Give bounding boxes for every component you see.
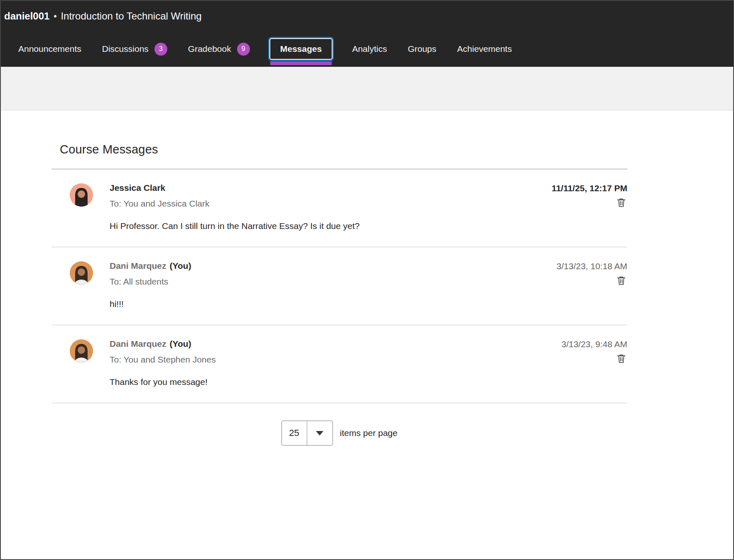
tab-label: Analytics (352, 44, 387, 54)
content: Course Messages (1, 110, 733, 559)
message-meta: 3/13/23, 10:18 AM (557, 260, 627, 310)
sender-name: Dani Marquez (110, 261, 166, 270)
recipients: To: All students (110, 276, 540, 287)
tab-label: Achievements (457, 44, 512, 54)
topbar-separator: • (54, 12, 56, 21)
tab-achievements[interactable]: Achievements (457, 44, 512, 54)
avatar (70, 261, 93, 285)
message-meta: 11/11/25, 12:17 PM (552, 182, 627, 232)
items-per-page-label: items per page (340, 428, 398, 438)
recipients: To: You and Stephen Jones (110, 354, 545, 365)
caret-down-icon (307, 421, 333, 445)
message-row[interactable]: Dani Marquez(You) To: You and Stephen Jo… (51, 325, 627, 403)
tab-announcements[interactable]: Announcements (18, 44, 81, 54)
sender-line: Dani Marquez(You) (110, 338, 545, 350)
sender-line: Dani Marquez(You) (110, 260, 540, 272)
trash-icon (616, 197, 627, 209)
message-preview: Thanks for you message! (110, 376, 545, 388)
gradebook-count-badge: 9 (237, 43, 250, 56)
sender-name: Jessica Clark (110, 183, 165, 192)
topbar-course-title: Introduction to Technical Writing (61, 10, 201, 22)
delete-message-button[interactable] (616, 353, 627, 365)
tab-label: Gradebook (188, 44, 231, 54)
tab-analytics[interactable]: Analytics (352, 44, 387, 54)
sender-line: Jessica Clark (110, 182, 535, 194)
you-label: (You) (170, 339, 191, 348)
avatar (70, 183, 93, 207)
tab-gradebook[interactable]: Gradebook 9 (188, 43, 250, 56)
you-label: (You) (170, 261, 191, 270)
course-nav: Announcements Discussions 3 Gradebook 9 … (1, 31, 733, 67)
timestamp: 3/13/23, 10:18 AM (557, 261, 627, 272)
tab-groups[interactable]: Groups (408, 44, 436, 54)
message-info: Dani Marquez(You) To: All students hi!!! (110, 260, 540, 310)
tab-messages[interactable]: Messages (268, 37, 334, 61)
message-preview: hi!!! (110, 298, 540, 310)
message-row[interactable]: Dani Marquez(You) To: All students hi!!!… (51, 247, 627, 325)
pagination: 25 items per page (51, 421, 627, 446)
trash-icon (616, 353, 627, 365)
delete-message-button[interactable] (616, 197, 627, 209)
topbar-username: daniel001 (4, 10, 49, 22)
tab-label: Discussions (102, 44, 149, 54)
delete-message-button[interactable] (616, 275, 627, 287)
subheader-band (1, 67, 733, 110)
message-info: Jessica Clark To: You and Jessica Clark … (110, 182, 535, 232)
tab-label: Messages (280, 44, 322, 54)
tab-label: Groups (408, 44, 436, 54)
sender-name: Dani Marquez (110, 339, 166, 348)
avatar (70, 339, 93, 363)
message-preview: Hi Professor. Can I still turn in the Na… (110, 220, 535, 232)
items-per-page-select[interactable]: 25 (281, 421, 333, 446)
message-list: Jessica Clark To: You and Jessica Clark … (51, 169, 627, 403)
message-info: Dani Marquez(You) To: You and Stephen Jo… (110, 338, 545, 388)
page-title: Course Messages (60, 143, 627, 156)
recipients: To: You and Jessica Clark (110, 198, 535, 209)
timestamp: 11/11/25, 12:17 PM (552, 183, 627, 194)
timestamp: 3/13/23, 9:48 AM (561, 338, 627, 350)
message-row[interactable]: Jessica Clark To: You and Jessica Clark … (51, 169, 627, 247)
course-page: daniel001 • Introduction to Technical Wr… (0, 0, 734, 560)
page-size-value: 25 (282, 421, 307, 445)
discussions-count-badge: 3 (154, 43, 167, 56)
message-meta: 3/13/23, 9:48 AM (561, 338, 627, 388)
topbar: daniel001 • Introduction to Technical Wr… (1, 1, 733, 31)
tab-discussions[interactable]: Discussions 3 (102, 43, 167, 56)
trash-icon (616, 275, 627, 287)
tab-label: Announcements (18, 44, 81, 54)
